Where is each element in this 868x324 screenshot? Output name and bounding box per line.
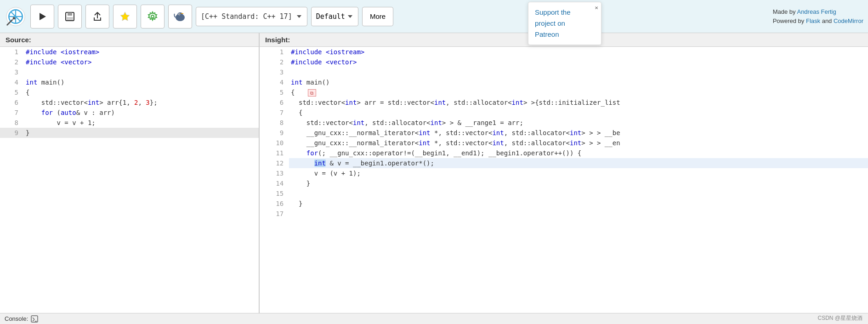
made-by-text: Made by Andreas Fertig Powered by Flask …: [773, 7, 863, 25]
chevron-down-icon: [296, 13, 302, 20]
patreon-link[interactable]: Support the project on Patreon: [535, 8, 571, 38]
insight-pane: Insight: 1 #include <iostream> 2 #includ…: [260, 33, 868, 324]
svg-rect-9: [68, 12, 72, 16]
save-button[interactable]: [58, 5, 82, 28]
table-row: 16 }: [260, 199, 868, 209]
standard-select[interactable]: [C++ Standard: C++ 17]: [196, 7, 307, 26]
watermark: CSDN @星星烧酒: [817, 314, 862, 322]
table-row: 8 std::vector<int, std::allocator<int> >…: [260, 118, 868, 128]
svg-point-16: [179, 14, 180, 15]
table-row: 6 std::vector<int> arr = std::vector<int…: [260, 97, 868, 108]
source-pane: Source: 1 #include <iostream> 2 #include…: [0, 33, 260, 324]
table-row: 17: [260, 209, 868, 219]
toolbar: [C++ Standard: C++ 17] Default More × Su…: [0, 0, 868, 33]
settings-button[interactable]: [141, 5, 165, 28]
logo-button[interactable]: [5, 6, 27, 28]
codemirror-link[interactable]: CodeMirror: [834, 17, 863, 24]
console-bar: Console:: [0, 313, 868, 324]
run-button[interactable]: [30, 5, 54, 28]
copy-icon[interactable]: ⧉: [308, 89, 316, 97]
console-icon[interactable]: [31, 315, 38, 323]
table-row: 9 }: [0, 128, 259, 138]
table-row: 6 std::vector<int> arr{1, 2, 3};: [0, 97, 259, 108]
table-row: 2 #include <vector>: [0, 57, 259, 67]
svg-line-21: [33, 319, 34, 321]
table-row: 7 for (auto& v : arr): [0, 108, 259, 118]
insight-editor[interactable]: 1 #include <iostream> 2 #include <vector…: [260, 47, 868, 318]
patreon-close-button[interactable]: ×: [595, 4, 598, 11]
default-select[interactable]: Default: [311, 7, 358, 26]
flask-link[interactable]: Flask: [806, 17, 820, 24]
svg-marker-17: [297, 15, 301, 18]
table-row: 8 v = v + 1;: [0, 118, 259, 128]
cppinsights-button[interactable]: [168, 5, 192, 28]
toolbar-right: Made by Andreas Fertig Powered by Flask …: [773, 7, 863, 25]
table-row: 3: [260, 67, 868, 77]
bookmark-button[interactable]: [113, 5, 137, 28]
main-container: Source: 1 #include <iostream> 2 #include…: [0, 33, 868, 324]
author-link[interactable]: Andreas Fertig: [797, 8, 836, 15]
patreon-text: Support the project on Patreon: [535, 7, 595, 40]
table-row: 10 __gnu_cxx::__normal_iterator<int *, s…: [260, 138, 868, 148]
svg-marker-18: [348, 15, 352, 18]
table-row: 5 { ⧉: [260, 87, 868, 97]
share-button[interactable]: [85, 5, 109, 28]
source-header: Source:: [0, 33, 259, 47]
table-row: 14 }: [260, 178, 868, 188]
more-button[interactable]: More: [362, 7, 393, 26]
default-select-label: Default: [316, 12, 345, 21]
standard-select-label: [C++ Standard: C++ 17]: [201, 12, 292, 21]
table-row: 1 #include <iostream>: [0, 47, 259, 57]
svg-point-12: [151, 15, 154, 18]
source-editor[interactable]: 1 #include <iostream> 2 #include <vector…: [0, 47, 259, 324]
svg-line-20: [33, 318, 34, 319]
sections-row: Source: 1 #include <iostream> 2 #include…: [0, 33, 868, 324]
patreon-popup: × Support the project on Patreon: [528, 2, 601, 45]
table-row: 11 for(; __gnu_cxx::operator!=(__begin1,…: [260, 148, 868, 158]
svg-marker-7: [40, 13, 46, 20]
table-row: 7 {: [260, 108, 868, 118]
svg-point-14: [177, 12, 183, 17]
table-row: 9 __gnu_cxx::__normal_iterator<int *, st…: [260, 128, 868, 138]
default-chevron-icon: [347, 13, 353, 20]
table-row: 2 #include <vector>: [260, 57, 868, 67]
table-row: 13 v = (v + 1);: [260, 168, 868, 178]
table-row: 5 {: [0, 87, 259, 97]
table-row: 4 int main(): [260, 77, 868, 87]
table-row: 1 #include <iostream>: [260, 47, 868, 57]
table-row: 12 int & v = __begin1.operator*();: [260, 158, 868, 168]
svg-point-6: [13, 17, 16, 19]
table-row: 4 int main(): [0, 77, 259, 87]
table-row: 3: [0, 67, 259, 77]
table-row: 15: [260, 188, 868, 199]
svg-rect-10: [67, 17, 73, 20]
svg-marker-11: [120, 12, 130, 21]
